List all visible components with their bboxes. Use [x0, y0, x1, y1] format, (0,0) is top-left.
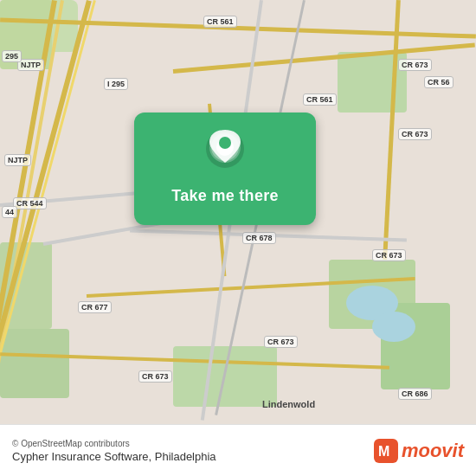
- label-cr561-top: CR 561: [203, 16, 237, 28]
- label-cr686: CR 686: [398, 388, 432, 400]
- svg-text:M: M: [378, 444, 389, 459]
- label-cr673-mid: CR 673: [398, 128, 432, 140]
- svg-point-4: [219, 137, 231, 149]
- label-cr673-top: CR 673: [398, 59, 432, 71]
- label-cr561-mid: CR 561: [303, 93, 337, 106]
- label-cr673-bot2: CR 673: [138, 370, 172, 383]
- moovit-brand-text: moovit: [402, 440, 464, 462]
- bottom-left-info: © OpenStreetMap contributors Cypher Insu…: [12, 439, 216, 463]
- moovit-logo[interactable]: M moovit: [374, 439, 464, 463]
- moovit-icon: M: [374, 439, 398, 463]
- label-cr673-bot: CR 673: [264, 336, 298, 348]
- label-cr673-mid2: CR 673: [372, 249, 406, 261]
- attribution-text: © OpenStreetMap contributors: [12, 439, 216, 448]
- map-container: CR 561 NJTP I 295 CR 561 CR 673 CR 673 N…: [0, 0, 476, 424]
- park-area-7: [0, 329, 69, 398]
- action-card[interactable]: Take me there: [134, 113, 316, 225]
- take-me-there-button[interactable]: Take me there: [163, 183, 287, 209]
- water-2: [372, 312, 415, 342]
- label-cr561-bot: CR 56: [424, 76, 453, 88]
- label-cr544: CR 544: [13, 197, 47, 209]
- label-44: 44: [2, 206, 17, 218]
- label-i295: I 295: [104, 78, 128, 90]
- label-njtp-mid: NJTP: [4, 154, 31, 166]
- label-295: 295: [2, 50, 22, 62]
- label-lindenwold: Lindenwold: [260, 398, 318, 410]
- label-cr678: CR 678: [242, 232, 276, 244]
- label-cr677: CR 677: [78, 301, 112, 313]
- location-pin-icon: [206, 130, 244, 177]
- bottom-bar: © OpenStreetMap contributors Cypher Insu…: [0, 424, 476, 476]
- app-name-text: Cypher Insurance Software, Philadelphia: [12, 450, 216, 463]
